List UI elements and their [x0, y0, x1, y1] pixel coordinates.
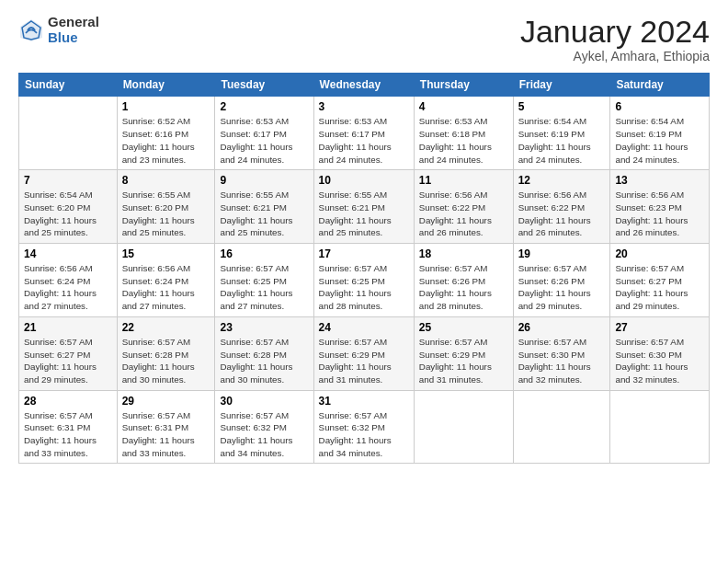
day-info: Sunrise: 6:57 AMSunset: 6:26 PMDaylight:… — [419, 262, 508, 313]
day-number: 21 — [24, 321, 112, 334]
calendar-cell: 17Sunrise: 6:57 AMSunset: 6:25 PMDayligh… — [313, 244, 414, 317]
day-number: 24 — [319, 321, 409, 334]
weekday-header: Monday — [117, 74, 215, 97]
day-number: 10 — [319, 174, 409, 187]
calendar-cell: 7Sunrise: 6:54 AMSunset: 6:20 PMDaylight… — [19, 170, 118, 244]
day-info: Sunrise: 6:53 AMSunset: 6:18 PMDaylight:… — [419, 115, 508, 166]
day-number: 2 — [220, 100, 308, 113]
logo: General Blue — [18, 15, 99, 45]
calendar-cell: 10Sunrise: 6:55 AMSunset: 6:21 PMDayligh… — [313, 170, 414, 244]
day-number: 6 — [615, 100, 704, 113]
weekday-header: Wednesday — [313, 74, 414, 97]
day-info: Sunrise: 6:57 AMSunset: 6:30 PMDaylight:… — [615, 336, 704, 386]
day-number: 25 — [419, 321, 508, 334]
calendar-cell: 29Sunrise: 6:57 AMSunset: 6:31 PMDayligh… — [117, 390, 215, 464]
calendar-cell: 15Sunrise: 6:56 AMSunset: 6:24 PMDayligh… — [117, 244, 215, 317]
calendar-title: January 2024 — [520, 15, 710, 49]
day-info: Sunrise: 6:54 AMSunset: 6:19 PMDaylight:… — [615, 115, 704, 166]
day-number: 11 — [419, 174, 508, 187]
day-info: Sunrise: 6:55 AMSunset: 6:21 PMDaylight:… — [319, 189, 409, 239]
logo-icon — [18, 17, 44, 43]
logo-text: General Blue — [48, 15, 99, 45]
day-info: Sunrise: 6:53 AMSunset: 6:17 PMDaylight:… — [220, 115, 308, 166]
day-number: 20 — [615, 247, 704, 260]
calendar-cell — [414, 390, 513, 464]
day-info: Sunrise: 6:57 AMSunset: 6:31 PMDaylight:… — [122, 409, 210, 460]
calendar-week-row: 28Sunrise: 6:57 AMSunset: 6:31 PMDayligh… — [19, 390, 710, 464]
day-number: 13 — [615, 174, 704, 187]
calendar-cell: 4Sunrise: 6:53 AMSunset: 6:18 PMDaylight… — [414, 97, 513, 170]
day-number: 19 — [518, 247, 606, 260]
day-number: 31 — [319, 395, 409, 408]
logo-general: General — [48, 15, 99, 30]
logo-blue: Blue — [48, 30, 99, 46]
calendar-cell: 13Sunrise: 6:56 AMSunset: 6:23 PMDayligh… — [610, 170, 710, 244]
calendar-table: SundayMondayTuesdayWednesdayThursdayFrid… — [18, 73, 710, 464]
day-info: Sunrise: 6:56 AMSunset: 6:23 PMDaylight:… — [615, 189, 704, 239]
day-number: 9 — [220, 174, 308, 187]
day-number: 23 — [220, 321, 308, 334]
day-info: Sunrise: 6:54 AMSunset: 6:20 PMDaylight:… — [24, 189, 112, 239]
day-number: 17 — [319, 247, 409, 260]
calendar-cell: 2Sunrise: 6:53 AMSunset: 6:17 PMDaylight… — [215, 97, 313, 170]
day-info: Sunrise: 6:55 AMSunset: 6:20 PMDaylight:… — [122, 189, 210, 239]
title-block: January 2024 Aykel, Amhara, Ethiopia — [520, 15, 710, 63]
calendar-cell: 31Sunrise: 6:57 AMSunset: 6:32 PMDayligh… — [313, 390, 414, 464]
day-info: Sunrise: 6:57 AMSunset: 6:29 PMDaylight:… — [319, 336, 409, 386]
calendar-cell: 20Sunrise: 6:57 AMSunset: 6:27 PMDayligh… — [610, 244, 710, 317]
day-info: Sunrise: 6:57 AMSunset: 6:28 PMDaylight:… — [220, 336, 308, 386]
day-number: 29 — [122, 395, 210, 408]
day-info: Sunrise: 6:57 AMSunset: 6:27 PMDaylight:… — [615, 262, 704, 313]
day-info: Sunrise: 6:52 AMSunset: 6:16 PMDaylight:… — [122, 115, 210, 166]
day-info: Sunrise: 6:56 AMSunset: 6:24 PMDaylight:… — [122, 262, 210, 313]
weekday-header: Sunday — [19, 74, 118, 97]
calendar-cell: 8Sunrise: 6:55 AMSunset: 6:20 PMDaylight… — [117, 170, 215, 244]
day-number: 4 — [419, 100, 508, 113]
calendar-cell — [610, 390, 710, 464]
day-info: Sunrise: 6:56 AMSunset: 6:24 PMDaylight:… — [24, 262, 112, 313]
day-info: Sunrise: 6:57 AMSunset: 6:30 PMDaylight:… — [518, 336, 606, 386]
day-info: Sunrise: 6:57 AMSunset: 6:29 PMDaylight:… — [419, 336, 508, 386]
day-info: Sunrise: 6:56 AMSunset: 6:22 PMDaylight:… — [419, 189, 508, 239]
day-info: Sunrise: 6:57 AMSunset: 6:25 PMDaylight:… — [319, 262, 409, 313]
day-info: Sunrise: 6:57 AMSunset: 6:25 PMDaylight:… — [220, 262, 308, 313]
day-number: 28 — [24, 395, 112, 408]
day-info: Sunrise: 6:57 AMSunset: 6:28 PMDaylight:… — [122, 336, 210, 386]
calendar-week-row: 21Sunrise: 6:57 AMSunset: 6:27 PMDayligh… — [19, 316, 710, 390]
header-row: SundayMondayTuesdayWednesdayThursdayFrid… — [19, 74, 710, 97]
day-number: 15 — [122, 247, 210, 260]
calendar-cell: 19Sunrise: 6:57 AMSunset: 6:26 PMDayligh… — [513, 244, 610, 317]
day-info: Sunrise: 6:56 AMSunset: 6:22 PMDaylight:… — [518, 189, 606, 239]
day-number: 7 — [24, 174, 112, 187]
calendar-cell: 30Sunrise: 6:57 AMSunset: 6:32 PMDayligh… — [215, 390, 313, 464]
calendar-cell — [513, 390, 610, 464]
day-info: Sunrise: 6:55 AMSunset: 6:21 PMDaylight:… — [220, 189, 308, 239]
calendar-week-row: 7Sunrise: 6:54 AMSunset: 6:20 PMDaylight… — [19, 170, 710, 244]
calendar-cell: 6Sunrise: 6:54 AMSunset: 6:19 PMDaylight… — [610, 97, 710, 170]
calendar-cell: 5Sunrise: 6:54 AMSunset: 6:19 PMDaylight… — [513, 97, 610, 170]
calendar-cell: 27Sunrise: 6:57 AMSunset: 6:30 PMDayligh… — [610, 316, 710, 390]
calendar-cell: 12Sunrise: 6:56 AMSunset: 6:22 PMDayligh… — [513, 170, 610, 244]
day-number: 12 — [518, 174, 606, 187]
calendar-cell: 22Sunrise: 6:57 AMSunset: 6:28 PMDayligh… — [117, 316, 215, 390]
day-info: Sunrise: 6:57 AMSunset: 6:27 PMDaylight:… — [24, 336, 112, 386]
calendar-cell: 18Sunrise: 6:57 AMSunset: 6:26 PMDayligh… — [414, 244, 513, 317]
day-info: Sunrise: 6:53 AMSunset: 6:17 PMDaylight:… — [319, 115, 409, 166]
day-number: 16 — [220, 247, 308, 260]
header: General Blue January 2024 Aykel, Amhara,… — [18, 15, 710, 63]
calendar-subtitle: Aykel, Amhara, Ethiopia — [520, 49, 710, 63]
calendar-week-row: 1Sunrise: 6:52 AMSunset: 6:16 PMDaylight… — [19, 97, 710, 170]
day-number: 8 — [122, 174, 210, 187]
calendar-cell: 11Sunrise: 6:56 AMSunset: 6:22 PMDayligh… — [414, 170, 513, 244]
weekday-header: Thursday — [414, 74, 513, 97]
day-number: 14 — [24, 247, 112, 260]
calendar-cell: 28Sunrise: 6:57 AMSunset: 6:31 PMDayligh… — [19, 390, 118, 464]
day-number: 3 — [319, 100, 409, 113]
weekday-header: Saturday — [610, 74, 710, 97]
calendar-cell: 25Sunrise: 6:57 AMSunset: 6:29 PMDayligh… — [414, 316, 513, 390]
calendar-cell: 21Sunrise: 6:57 AMSunset: 6:27 PMDayligh… — [19, 316, 118, 390]
day-info: Sunrise: 6:54 AMSunset: 6:19 PMDaylight:… — [518, 115, 606, 166]
calendar-cell: 1Sunrise: 6:52 AMSunset: 6:16 PMDaylight… — [117, 97, 215, 170]
day-number: 26 — [518, 321, 606, 334]
calendar-cell — [19, 97, 118, 170]
